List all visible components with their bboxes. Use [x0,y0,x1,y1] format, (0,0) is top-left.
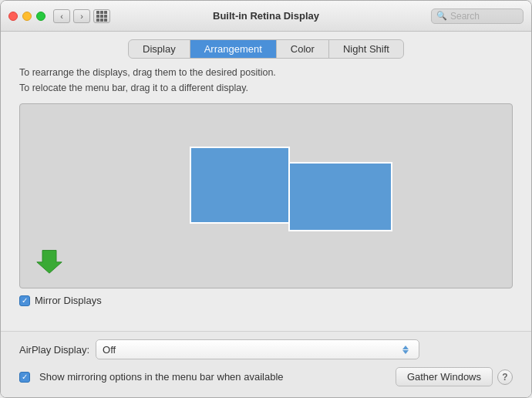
grid-icon [96,11,107,22]
nav-buttons: ‹ › [53,9,90,23]
airplay-select[interactable]: Off [96,339,419,359]
traffic-lights [8,12,45,21]
grid-button[interactable] [93,9,110,23]
titlebar: ‹ › Built-in Retina Display 🔍 Search [1,1,531,32]
gather-windows-button[interactable]: Gather Windows [396,367,493,386]
arrow-down-icon [402,350,409,354]
close-button[interactable] [8,12,18,21]
mirror-displays-row: ✓ Mirror Displays [19,288,513,312]
instruction-line1: To rearrange the displays, drag them to … [19,65,513,80]
back-button[interactable]: ‹ [53,9,70,23]
main-content: To rearrange the displays, drag them to … [1,65,531,331]
mirror-options-label: Show mirroring options in the menu bar w… [39,371,284,383]
display-block-1[interactable] [190,147,290,224]
tab-display[interactable]: Display [129,40,190,58]
help-button[interactable]: ? [497,369,513,385]
tab-night-shift[interactable]: Night Shift [329,40,403,58]
svg-marker-0 [37,251,62,274]
checkmark-icon: ✓ [22,297,28,305]
tabbar: Display Arrangement Color Night Shift [1,32,531,65]
tab-arrangement[interactable]: Arrangement [190,40,277,58]
instruction-line2: To relocate the menu bar, drag it to a d… [19,80,513,96]
display-block-2[interactable] [288,162,392,231]
airplay-value: Off [103,344,399,356]
arrow-indicator [35,247,63,277]
mirror-options-left: ✓ Show mirroring options in the menu bar… [19,371,284,383]
main-window: ‹ › Built-in Retina Display 🔍 Search Dis… [0,0,532,398]
forward-button[interactable]: › [73,9,90,23]
search-box[interactable]: 🔍 Search [431,8,524,24]
mirror-displays-checkbox[interactable]: ✓ [19,295,30,306]
arrow-up-icon [402,346,409,349]
airplay-label: AirPlay Display: [19,344,89,356]
tab-color[interactable]: Color [277,40,329,58]
minimize-button[interactable] [22,12,32,21]
checkmark-icon-2: ✓ [22,373,28,381]
display-canvas [19,103,513,288]
airplay-row: AirPlay Display: Off [19,339,513,359]
maximize-button[interactable] [36,12,45,21]
instructions: To rearrange the displays, drag them to … [19,65,513,96]
search-placeholder: Search [450,11,480,22]
bottom-section: AirPlay Display: Off ✓ Show mirroring op… [1,331,531,397]
mirror-displays-label: Mirror Displays [35,295,102,306]
mirror-options-checkbox[interactable]: ✓ [19,372,30,383]
mirror-options-row: ✓ Show mirroring options in the menu bar… [19,367,513,386]
tab-group: Display Arrangement Color Night Shift [128,39,404,59]
select-arrow-icon [399,341,412,358]
action-buttons: Gather Windows ? [396,367,513,386]
down-arrow-icon [35,247,63,275]
search-icon: 🔍 [436,11,447,21]
window-title: Built-in Retina Display [213,10,319,22]
